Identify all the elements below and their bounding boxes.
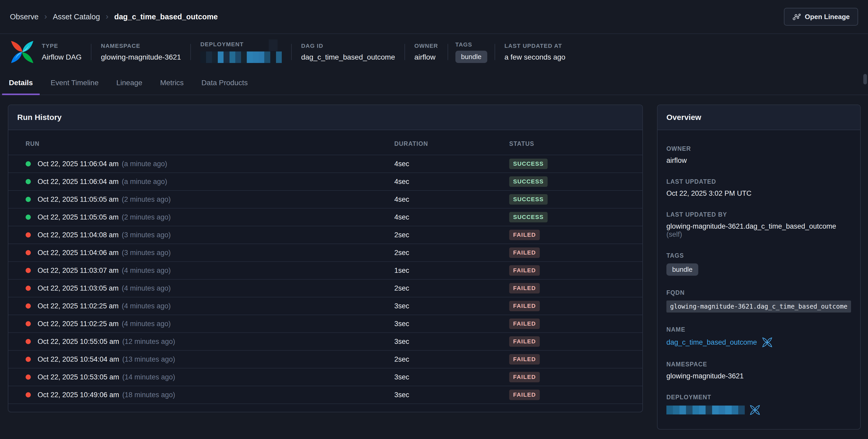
table-row[interactable]: Oct 22, 2025 11:02:25 am (4 minutes ago)…	[8, 297, 642, 315]
run-status-dot	[26, 303, 31, 309]
status-badge: SUCCESS	[509, 176, 548, 187]
airflow-link-icon[interactable]	[750, 405, 760, 415]
table-row[interactable]: Oct 22, 2025 11:02:25 am (4 minutes ago)…	[8, 315, 642, 333]
run-time-ago: (2 minutes ago)	[122, 196, 171, 204]
run-time: Oct 22, 2025 10:49:06 am	[38, 391, 119, 399]
tab-bar: DetailsEvent TimelineLineageMetricsData …	[0, 71, 868, 95]
table-row[interactable]: Oct 22, 2025 11:04:06 am (3 minutes ago)…	[8, 244, 642, 262]
status-badge: FAILED	[509, 230, 540, 240]
run-time: Oct 22, 2025 10:53:05 am	[38, 373, 119, 381]
breadcrumb-observe[interactable]: Observe	[10, 12, 39, 21]
tab-event-timeline[interactable]: Event Timeline	[44, 71, 105, 95]
run-time: Oct 22, 2025 11:02:25 am	[38, 320, 119, 328]
self-suffix: (self)	[666, 231, 682, 238]
run-time-ago: (3 minutes ago)	[122, 249, 171, 257]
scrollbar-thumb[interactable]	[863, 74, 867, 84]
run-time: Oct 22, 2025 11:03:07 am	[38, 266, 119, 275]
overview-tags: TAGS bundle	[666, 252, 851, 276]
table-row[interactable]: Oct 22, 2025 11:05:05 am (2 minutes ago)…	[8, 208, 642, 226]
run-time-ago: (13 minutes ago)	[122, 355, 175, 363]
graph-nodes-icon	[792, 12, 801, 21]
overview-last-updated-by-value: glowing-magnitude-3621.dag_c_time_based_…	[666, 223, 851, 239]
meta-namespace-value: glowing-magnitude-3621	[101, 53, 181, 61]
run-time: Oct 22, 2025 11:04:06 am	[38, 249, 119, 257]
run-status-dot	[26, 286, 31, 291]
run-time-ago: (4 minutes ago)	[122, 320, 171, 328]
meta-type-value: Airflow DAG	[42, 53, 82, 61]
airflow-link-icon[interactable]	[762, 338, 772, 347]
run-duration: 2sec	[394, 249, 509, 257]
table-row[interactable]: Oct 22, 2025 11:05:05 am (2 minutes ago)…	[8, 191, 642, 208]
meta-deployment: DEPLOYMENT	[191, 41, 291, 63]
tag-badge[interactable]: bundle	[456, 51, 487, 63]
status-badge: FAILED	[509, 319, 540, 329]
asset-meta-bar: TYPE Airflow DAG NAMESPACE glowing-magni…	[0, 34, 868, 71]
tab-lineage[interactable]: Lineage	[110, 71, 149, 95]
run-status-dot	[26, 250, 31, 255]
status-badge: FAILED	[509, 247, 540, 258]
run-status-dot	[26, 214, 31, 220]
chevron-right-icon: ›	[44, 11, 47, 21]
table-row[interactable]: Oct 22, 2025 10:55:05 am (12 minutes ago…	[8, 333, 642, 351]
tab-details[interactable]: Details	[2, 71, 40, 95]
run-time: Oct 22, 2025 11:02:25 am	[38, 302, 119, 310]
overview-namespace-value: glowing-magnitude-3621	[666, 372, 851, 380]
table-row[interactable]: Oct 22, 2025 11:06:04 am (a minute ago) …	[8, 173, 642, 191]
run-time-ago: (a minute ago)	[122, 160, 167, 168]
run-time: Oct 22, 2025 10:54:04 am	[38, 355, 119, 363]
tag-badge[interactable]: bundle	[666, 263, 698, 276]
overview-namespace: NAMESPACE glowing-magnitude-3621	[666, 361, 851, 380]
table-body: Oct 22, 2025 11:06:04 am (a minute ago) …	[8, 155, 642, 404]
overview-name: NAME dag_c_time_based_outcome	[666, 326, 851, 347]
status-badge: SUCCESS	[509, 158, 548, 169]
overview-last-updated-by-label: LAST UPDATED BY	[666, 211, 851, 218]
run-time-ago: (3 minutes ago)	[122, 231, 171, 239]
run-duration: 2sec	[394, 284, 509, 292]
run-time-ago: (2 minutes ago)	[122, 213, 171, 221]
overview-namespace-label: NAMESPACE	[666, 361, 851, 368]
top-bar: Observe › Asset Catalog › dag_c_time_bas…	[0, 0, 868, 34]
airflow-logo-icon	[10, 40, 34, 64]
open-lineage-label: Open Lineage	[805, 13, 850, 21]
run-status-dot	[26, 268, 31, 273]
table-row[interactable]: Oct 22, 2025 11:04:08 am (3 minutes ago)…	[8, 226, 642, 244]
fqdn-code[interactable]: glowing-magnitude-3621.dag_c_time_based_…	[666, 300, 851, 313]
status-badge: FAILED	[509, 336, 540, 347]
run-time: Oct 22, 2025 11:05:05 am	[38, 196, 119, 204]
tab-metrics[interactable]: Metrics	[153, 71, 190, 95]
column-status: STATUS	[509, 140, 632, 147]
table-row[interactable]: Oct 22, 2025 10:54:04 am (13 minutes ago…	[8, 351, 642, 369]
meta-owner-label: OWNER	[414, 42, 438, 49]
meta-last-updated-at-label: LAST UPDATED AT	[504, 42, 566, 49]
table-row[interactable]: Oct 22, 2025 11:03:05 am (4 minutes ago)…	[8, 280, 642, 297]
open-lineage-button[interactable]: Open Lineage	[784, 8, 858, 26]
breadcrumb-asset-catalog[interactable]: Asset Catalog	[53, 12, 100, 21]
overview-deployment-label: DEPLOYMENT	[666, 394, 851, 401]
meta-dag-id-value: dag_c_time_based_outcome	[301, 53, 395, 61]
main-content: Run History RUN DURATION STATUS Oct 22, …	[0, 95, 868, 430]
meta-namespace-label: NAMESPACE	[101, 42, 181, 49]
table-row[interactable]: Oct 22, 2025 11:03:07 am (4 minutes ago)…	[8, 262, 642, 280]
meta-type-label: TYPE	[42, 42, 82, 49]
overview-body: OWNER airflow LAST UPDATED Oct 22, 2025 …	[657, 130, 860, 429]
overview-tags-label: TAGS	[666, 252, 851, 259]
meta-tags: TAGS bundle	[448, 41, 495, 63]
run-history-title: Run History	[8, 105, 642, 130]
overview-last-updated-by: LAST UPDATED BY glowing-magnitude-3621.d…	[666, 211, 851, 239]
table-row[interactable]: Oct 22, 2025 11:06:04 am (a minute ago) …	[8, 155, 642, 173]
overview-name-label: NAME	[666, 326, 851, 333]
run-time: Oct 22, 2025 11:04:08 am	[38, 231, 119, 239]
status-badge: FAILED	[509, 372, 540, 382]
run-time: Oct 22, 2025 11:06:04 am	[38, 160, 119, 168]
run-time: Oct 22, 2025 11:05:05 am	[38, 213, 119, 221]
overview-owner-value: airflow	[666, 156, 851, 165]
column-run: RUN	[26, 140, 394, 147]
status-badge: SUCCESS	[509, 194, 548, 205]
run-status-dot	[26, 339, 31, 344]
overview-last-updated-value: Oct 22, 2025 3:02 PM UTC	[666, 189, 851, 198]
name-link[interactable]: dag_c_time_based_outcome	[666, 339, 757, 347]
table-row[interactable]: Oct 22, 2025 10:49:06 am (18 minutes ago…	[8, 386, 642, 404]
meta-namespace: NAMESPACE glowing-magnitude-3621	[91, 42, 190, 61]
tab-data-products[interactable]: Data Products	[194, 71, 254, 95]
table-row[interactable]: Oct 22, 2025 10:53:05 am (14 minutes ago…	[8, 369, 642, 386]
